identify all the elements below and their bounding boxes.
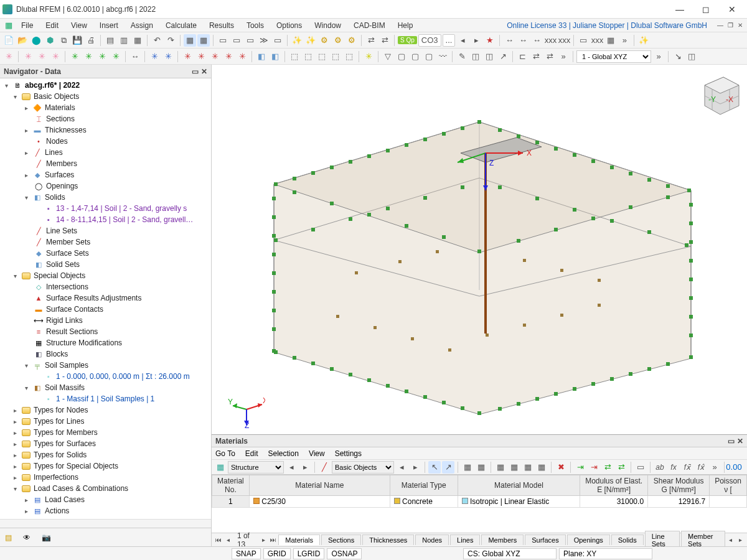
extra1-icon[interactable]: ▭ <box>577 34 590 47</box>
fx2-icon[interactable]: fx <box>667 461 680 474</box>
menu-calculate[interactable]: Calculate <box>159 20 203 31</box>
tree-toggle[interactable]: ▾ <box>11 273 19 279</box>
more3-icon[interactable]: » <box>652 50 665 63</box>
tree-toggle[interactable]: ▸ <box>11 474 19 481</box>
menu-options[interactable]: Options <box>270 20 308 31</box>
redstar4-icon[interactable]: ✳ <box>222 50 235 63</box>
menu-edit[interactable]: Edit <box>39 20 65 31</box>
bluestar-icon[interactable]: ✳ <box>148 50 161 63</box>
tree-types-solids[interactable]: Types for Solids <box>34 450 87 459</box>
bluestar2-icon[interactable]: ✳ <box>162 50 174 63</box>
tab-prev-icon[interactable]: ◂ <box>223 534 232 546</box>
sec3-icon[interactable]: ▢ <box>423 50 435 63</box>
tree-types-members[interactable]: Types for Members <box>34 428 98 437</box>
mt3-icon[interactable]: ▦ <box>461 461 474 474</box>
open-icon[interactable]: 📂 <box>16 34 29 47</box>
status-grid[interactable]: GRID <box>263 548 291 559</box>
struct-prev-icon[interactable]: ◂ <box>285 461 298 474</box>
panel1-icon[interactable]: ▭ <box>217 34 229 47</box>
tree-toggle[interactable]: ▸ <box>11 418 19 425</box>
extra2-icon[interactable]: xxx <box>591 34 603 47</box>
dimx-icon[interactable]: ↔ <box>129 50 141 63</box>
sec1-icon[interactable]: ▢ <box>395 50 408 63</box>
wand2-icon[interactable]: ✨ <box>304 34 317 47</box>
more4-icon[interactable]: » <box>708 461 721 474</box>
menu-help[interactable]: Help <box>392 20 420 31</box>
doc3-icon[interactable]: ▦ <box>131 34 144 47</box>
coord-system-select[interactable]: 1 - Global XYZ <box>576 50 651 63</box>
status-snap[interactable]: SNAP <box>232 548 261 559</box>
nav-footer-camera-icon[interactable]: 📷 <box>42 533 51 542</box>
tree-rigid-links[interactable]: Rigid Links <box>46 316 83 325</box>
mt6-icon[interactable]: ▦ <box>508 461 520 474</box>
tree-types-surfaces[interactable]: Types for Surfaces <box>34 439 96 448</box>
tree-solidsets[interactable]: Solid Sets <box>46 260 80 269</box>
tree-soil-massifs[interactable]: Soil Massifs <box>45 383 85 392</box>
undo-icon[interactable]: ↶ <box>151 34 163 47</box>
table1-icon[interactable]: ▦ <box>184 34 196 47</box>
tree-intersections[interactable]: Intersections <box>46 282 88 291</box>
mat-menu-settings[interactable]: Settings <box>335 449 362 458</box>
edit2-icon[interactable]: ◫ <box>469 50 482 63</box>
fx4-icon[interactable]: fx̂ <box>695 461 707 474</box>
tree-lc[interactable]: Load Cases <box>45 495 85 504</box>
mdi-min-icon[interactable]: — <box>716 21 725 30</box>
tree-lines[interactable]: Lines <box>45 148 63 157</box>
redstar1-icon[interactable]: ✳ <box>181 50 194 63</box>
fx1-icon[interactable]: ab <box>654 461 666 474</box>
redstar3-icon[interactable]: ✳ <box>209 50 221 63</box>
menu-assign[interactable]: Assign <box>125 20 159 31</box>
close-button[interactable]: ✕ <box>720 1 745 17</box>
tree-toggle[interactable]: ▸ <box>11 429 19 436</box>
tree-solid-13[interactable]: 13 - 1,4-7,14 | Soil | 2 - Sand, gravell… <box>56 204 187 213</box>
gear2-icon[interactable]: ⚙ <box>332 34 344 47</box>
edit1-icon[interactable]: ✎ <box>456 50 468 63</box>
navigator-undock-icon[interactable]: ▭ <box>192 67 199 76</box>
panel3-icon[interactable]: ▭ <box>244 34 256 47</box>
navigator-close-icon[interactable]: ✕ <box>201 67 207 76</box>
cloud-icon[interactable]: ⬤ <box>30 34 42 47</box>
mat-menu-view[interactable]: View <box>309 449 325 458</box>
script-icon[interactable]: ≫ <box>258 34 270 47</box>
misc2-icon[interactable]: ⬚ <box>302 50 314 63</box>
misc4-icon[interactable]: ⬚ <box>329 50 342 63</box>
tree-special-objects[interactable]: Special Objects <box>34 271 85 280</box>
basic-select[interactable]: Basic Objects <box>332 461 394 474</box>
tree-basic-objects[interactable]: Basic Objects <box>34 92 79 101</box>
tree-struct-mods[interactable]: Structure Modifications <box>46 338 122 347</box>
end1-icon[interactable]: ↘ <box>672 50 684 63</box>
filter-icon[interactable]: ▽ <box>382 50 394 63</box>
viewport-3d[interactable]: X Z <box>212 65 747 434</box>
misc1-icon[interactable]: ⬚ <box>288 50 301 63</box>
mtg1-icon[interactable]: ⇥ <box>574 461 586 474</box>
tab-nodes[interactable]: Nodes <box>415 534 449 545</box>
tree-nodes[interactable]: Nodes <box>46 137 68 146</box>
mt4-icon[interactable]: ▦ <box>475 461 487 474</box>
nodestar3-icon[interactable]: ✳ <box>35 50 48 63</box>
materials-undock-icon[interactable]: ▭ <box>728 437 735 446</box>
mt2-icon[interactable]: ↗ <box>442 461 454 474</box>
mat-menu-goto[interactable]: Go To <box>215 449 235 458</box>
mt7-icon[interactable]: ▦ <box>522 461 534 474</box>
dim3-icon[interactable]: ↔ <box>530 34 543 47</box>
tree-thicknesses[interactable]: Thicknesses <box>45 126 87 134</box>
more2-icon[interactable]: » <box>557 50 570 63</box>
tree-surfaces[interactable]: Surfaces <box>45 170 74 179</box>
status-osnap[interactable]: OSNAP <box>327 548 362 559</box>
tree-toggle[interactable]: ▸ <box>22 172 30 179</box>
redstar2-icon[interactable]: ✳ <box>195 50 207 63</box>
basic-next-icon[interactable]: ▸ <box>409 461 421 474</box>
tab-membersets[interactable]: Member Sets <box>681 531 725 546</box>
tab-members[interactable]: Members <box>481 534 524 545</box>
struct-next-icon[interactable]: ▸ <box>299 461 311 474</box>
tree-soil-samples[interactable]: Soil Samples <box>45 361 88 370</box>
tree-toggle[interactable]: ▾ <box>22 362 30 369</box>
tree-toggle[interactable]: ▸ <box>22 127 30 134</box>
status-lgrid[interactable]: LGRID <box>293 548 325 559</box>
tree-toggle[interactable]: ▸ <box>22 149 30 156</box>
tree-toggle[interactable]: ▸ <box>11 407 19 414</box>
menu-file[interactable]: File <box>15 20 39 31</box>
nodestar2-icon[interactable]: ✳ <box>22 50 34 63</box>
cube1-icon[interactable]: ◧ <box>255 50 268 63</box>
mt1-icon[interactable]: ↖ <box>428 461 441 474</box>
